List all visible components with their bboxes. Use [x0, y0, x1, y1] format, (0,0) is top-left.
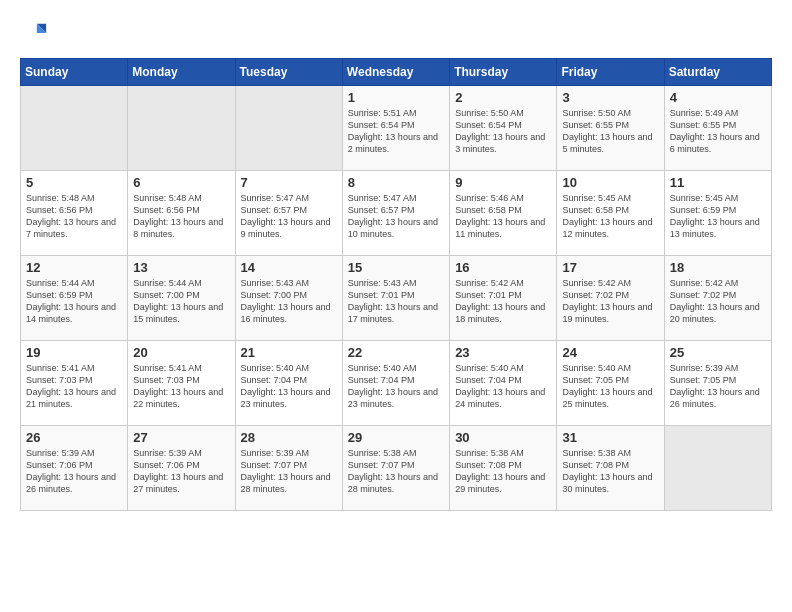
day-info: Sunrise: 5:47 AM Sunset: 6:57 PM Dayligh… — [348, 192, 444, 241]
day-cell: 23Sunrise: 5:40 AM Sunset: 7:04 PM Dayli… — [450, 341, 557, 426]
day-info: Sunrise: 5:40 AM Sunset: 7:05 PM Dayligh… — [562, 362, 658, 411]
day-cell: 7Sunrise: 5:47 AM Sunset: 6:57 PM Daylig… — [235, 171, 342, 256]
weekday-header-row: SundayMondayTuesdayWednesdayThursdayFrid… — [21, 59, 772, 86]
day-cell: 11Sunrise: 5:45 AM Sunset: 6:59 PM Dayli… — [664, 171, 771, 256]
day-number: 4 — [670, 90, 766, 105]
week-row-3: 12Sunrise: 5:44 AM Sunset: 6:59 PM Dayli… — [21, 256, 772, 341]
day-cell: 21Sunrise: 5:40 AM Sunset: 7:04 PM Dayli… — [235, 341, 342, 426]
day-number: 17 — [562, 260, 658, 275]
day-cell: 10Sunrise: 5:45 AM Sunset: 6:58 PM Dayli… — [557, 171, 664, 256]
day-cell: 12Sunrise: 5:44 AM Sunset: 6:59 PM Dayli… — [21, 256, 128, 341]
day-cell — [664, 426, 771, 511]
day-cell: 18Sunrise: 5:42 AM Sunset: 7:02 PM Dayli… — [664, 256, 771, 341]
day-info: Sunrise: 5:45 AM Sunset: 6:59 PM Dayligh… — [670, 192, 766, 241]
day-info: Sunrise: 5:43 AM Sunset: 7:00 PM Dayligh… — [241, 277, 337, 326]
day-number: 14 — [241, 260, 337, 275]
day-number: 10 — [562, 175, 658, 190]
day-number: 24 — [562, 345, 658, 360]
day-cell: 1Sunrise: 5:51 AM Sunset: 6:54 PM Daylig… — [342, 86, 449, 171]
calendar-table: SundayMondayTuesdayWednesdayThursdayFrid… — [20, 58, 772, 511]
logo — [20, 20, 52, 48]
day-number: 8 — [348, 175, 444, 190]
weekday-header-tuesday: Tuesday — [235, 59, 342, 86]
day-info: Sunrise: 5:50 AM Sunset: 6:54 PM Dayligh… — [455, 107, 551, 156]
day-number: 13 — [133, 260, 229, 275]
day-number: 7 — [241, 175, 337, 190]
day-info: Sunrise: 5:38 AM Sunset: 7:08 PM Dayligh… — [562, 447, 658, 496]
day-cell: 19Sunrise: 5:41 AM Sunset: 7:03 PM Dayli… — [21, 341, 128, 426]
week-row-5: 26Sunrise: 5:39 AM Sunset: 7:06 PM Dayli… — [21, 426, 772, 511]
day-info: Sunrise: 5:48 AM Sunset: 6:56 PM Dayligh… — [26, 192, 122, 241]
day-number: 2 — [455, 90, 551, 105]
day-info: Sunrise: 5:39 AM Sunset: 7:06 PM Dayligh… — [133, 447, 229, 496]
day-info: Sunrise: 5:40 AM Sunset: 7:04 PM Dayligh… — [455, 362, 551, 411]
day-number: 1 — [348, 90, 444, 105]
day-cell: 3Sunrise: 5:50 AM Sunset: 6:55 PM Daylig… — [557, 86, 664, 171]
day-number: 22 — [348, 345, 444, 360]
day-cell — [128, 86, 235, 171]
day-cell: 24Sunrise: 5:40 AM Sunset: 7:05 PM Dayli… — [557, 341, 664, 426]
day-number: 5 — [26, 175, 122, 190]
day-cell: 26Sunrise: 5:39 AM Sunset: 7:06 PM Dayli… — [21, 426, 128, 511]
day-number: 26 — [26, 430, 122, 445]
day-cell: 13Sunrise: 5:44 AM Sunset: 7:00 PM Dayli… — [128, 256, 235, 341]
day-info: Sunrise: 5:45 AM Sunset: 6:58 PM Dayligh… — [562, 192, 658, 241]
day-info: Sunrise: 5:39 AM Sunset: 7:07 PM Dayligh… — [241, 447, 337, 496]
day-info: Sunrise: 5:49 AM Sunset: 6:55 PM Dayligh… — [670, 107, 766, 156]
day-info: Sunrise: 5:41 AM Sunset: 7:03 PM Dayligh… — [26, 362, 122, 411]
day-info: Sunrise: 5:42 AM Sunset: 7:02 PM Dayligh… — [562, 277, 658, 326]
weekday-header-sunday: Sunday — [21, 59, 128, 86]
day-info: Sunrise: 5:44 AM Sunset: 7:00 PM Dayligh… — [133, 277, 229, 326]
day-info: Sunrise: 5:40 AM Sunset: 7:04 PM Dayligh… — [241, 362, 337, 411]
day-cell: 4Sunrise: 5:49 AM Sunset: 6:55 PM Daylig… — [664, 86, 771, 171]
day-number: 28 — [241, 430, 337, 445]
day-number: 30 — [455, 430, 551, 445]
day-cell: 15Sunrise: 5:43 AM Sunset: 7:01 PM Dayli… — [342, 256, 449, 341]
day-number: 3 — [562, 90, 658, 105]
day-number: 19 — [26, 345, 122, 360]
day-info: Sunrise: 5:51 AM Sunset: 6:54 PM Dayligh… — [348, 107, 444, 156]
day-cell — [235, 86, 342, 171]
day-info: Sunrise: 5:42 AM Sunset: 7:01 PM Dayligh… — [455, 277, 551, 326]
day-number: 15 — [348, 260, 444, 275]
day-info: Sunrise: 5:41 AM Sunset: 7:03 PM Dayligh… — [133, 362, 229, 411]
day-number: 9 — [455, 175, 551, 190]
day-info: Sunrise: 5:39 AM Sunset: 7:06 PM Dayligh… — [26, 447, 122, 496]
weekday-header-friday: Friday — [557, 59, 664, 86]
day-cell: 28Sunrise: 5:39 AM Sunset: 7:07 PM Dayli… — [235, 426, 342, 511]
week-row-2: 5Sunrise: 5:48 AM Sunset: 6:56 PM Daylig… — [21, 171, 772, 256]
day-number: 31 — [562, 430, 658, 445]
day-number: 20 — [133, 345, 229, 360]
day-info: Sunrise: 5:50 AM Sunset: 6:55 PM Dayligh… — [562, 107, 658, 156]
day-cell: 6Sunrise: 5:48 AM Sunset: 6:56 PM Daylig… — [128, 171, 235, 256]
day-number: 11 — [670, 175, 766, 190]
day-info: Sunrise: 5:38 AM Sunset: 7:08 PM Dayligh… — [455, 447, 551, 496]
day-cell: 14Sunrise: 5:43 AM Sunset: 7:00 PM Dayli… — [235, 256, 342, 341]
week-row-4: 19Sunrise: 5:41 AM Sunset: 7:03 PM Dayli… — [21, 341, 772, 426]
day-info: Sunrise: 5:47 AM Sunset: 6:57 PM Dayligh… — [241, 192, 337, 241]
weekday-header-wednesday: Wednesday — [342, 59, 449, 86]
day-cell: 25Sunrise: 5:39 AM Sunset: 7:05 PM Dayli… — [664, 341, 771, 426]
calendar-container: SundayMondayTuesdayWednesdayThursdayFrid… — [0, 0, 792, 612]
day-info: Sunrise: 5:38 AM Sunset: 7:07 PM Dayligh… — [348, 447, 444, 496]
day-cell: 31Sunrise: 5:38 AM Sunset: 7:08 PM Dayli… — [557, 426, 664, 511]
day-cell: 2Sunrise: 5:50 AM Sunset: 6:54 PM Daylig… — [450, 86, 557, 171]
logo-icon — [20, 20, 48, 48]
day-info: Sunrise: 5:40 AM Sunset: 7:04 PM Dayligh… — [348, 362, 444, 411]
day-cell: 20Sunrise: 5:41 AM Sunset: 7:03 PM Dayli… — [128, 341, 235, 426]
day-cell: 5Sunrise: 5:48 AM Sunset: 6:56 PM Daylig… — [21, 171, 128, 256]
day-number: 25 — [670, 345, 766, 360]
day-cell: 29Sunrise: 5:38 AM Sunset: 7:07 PM Dayli… — [342, 426, 449, 511]
day-info: Sunrise: 5:42 AM Sunset: 7:02 PM Dayligh… — [670, 277, 766, 326]
day-info: Sunrise: 5:46 AM Sunset: 6:58 PM Dayligh… — [455, 192, 551, 241]
day-cell: 9Sunrise: 5:46 AM Sunset: 6:58 PM Daylig… — [450, 171, 557, 256]
day-info: Sunrise: 5:48 AM Sunset: 6:56 PM Dayligh… — [133, 192, 229, 241]
day-cell: 27Sunrise: 5:39 AM Sunset: 7:06 PM Dayli… — [128, 426, 235, 511]
day-cell: 16Sunrise: 5:42 AM Sunset: 7:01 PM Dayli… — [450, 256, 557, 341]
week-row-1: 1Sunrise: 5:51 AM Sunset: 6:54 PM Daylig… — [21, 86, 772, 171]
day-number: 12 — [26, 260, 122, 275]
day-number: 23 — [455, 345, 551, 360]
day-info: Sunrise: 5:39 AM Sunset: 7:05 PM Dayligh… — [670, 362, 766, 411]
header — [20, 20, 772, 48]
day-cell: 8Sunrise: 5:47 AM Sunset: 6:57 PM Daylig… — [342, 171, 449, 256]
